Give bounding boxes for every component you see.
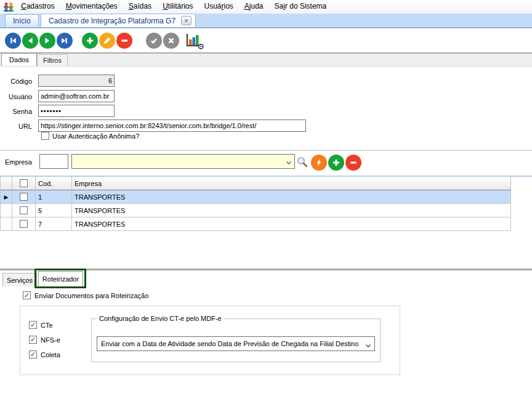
cte-label: CTe [41,322,53,329]
menu-ajuda[interactable]: Ajuda [239,0,269,14]
empresa-table: Cod. Empresa ▶ 1 TRANSPORTES 5 TRANSPORT… [0,177,511,231]
senha-label: Senha [0,108,32,115]
cod-header-cell[interactable]: Cod. [36,177,72,190]
menu-utilitarios[interactable]: Utilitários [157,0,198,14]
url-field[interactable] [38,120,306,132]
edit-record-button[interactable] [99,33,115,49]
cancel-button[interactable] [163,33,179,49]
tab-servicos[interactable]: Serviços [2,273,37,286]
empresa-cell: TRANSPORTES [72,190,511,204]
url-label: URL [0,123,32,130]
table-row[interactable]: 7 TRANSPORTES [1,217,511,231]
chevron-down-icon [365,340,372,351]
codigo-label: Código [0,78,32,85]
add-record-button[interactable] [82,33,98,49]
empresa-remove-button[interactable] [345,155,361,171]
anonymous-auth-label: Usar Autenticação Anônima? [52,132,139,140]
senha-field[interactable] [38,105,115,117]
toolbar: ⚙ [0,28,532,52]
cod-cell: 5 [36,204,72,217]
tab-roteirizador[interactable]: Roteirizador [38,271,83,286]
section-divider [0,150,532,151]
tab-inicio-label: Início [13,17,31,25]
gear-icon: ⚙ [197,43,204,51]
window-tabstrip: Início Cadastro de Integração Plataforma… [0,14,532,28]
empresa-header-cell[interactable]: Empresa [72,177,511,190]
menu-sair-do-sistema[interactable]: Sair do Sistema [269,0,332,14]
tab-cadastro-label: Cadastro de Integração Plataforma G7 [49,17,175,25]
tab-dados[interactable]: Dados [1,53,37,66]
nfse-checkbox[interactable] [29,336,37,344]
confirm-button[interactable] [146,33,162,49]
usuario-field[interactable] [38,90,115,102]
indicator-cell [1,204,12,217]
cod-cell: 7 [36,217,72,231]
usuario-label: Usuário [0,93,32,100]
coleta-checkbox[interactable] [29,350,37,359]
chevron-down-icon[interactable] [285,158,292,169]
row-checkbox[interactable] [20,193,28,201]
indicator-header-cell [1,177,12,190]
search-icon[interactable] [296,156,308,168]
codigo-field [38,75,115,87]
previous-record-button[interactable] [22,33,38,49]
empresa-combo[interactable] [71,154,295,169]
next-record-button[interactable] [39,33,55,49]
indicator-cell [1,217,12,231]
menu-movimentacoes[interactable]: Movimentações [60,0,123,14]
tab-cadastro-integracao-g7[interactable]: Cadastro de Integração Plataforma G7 ✕ [41,14,196,27]
select-all-checkbox[interactable] [20,179,28,187]
tab-inicio[interactable]: Início [5,14,39,27]
anonymous-auth-checkbox[interactable] [41,132,49,140]
config-envio-groupbox: Configuração de Envio CT-e pelo MDF-e En… [91,318,381,362]
empresa-add-button[interactable] [328,155,344,171]
row-checkbox-cell [12,217,36,231]
last-record-button[interactable] [57,33,73,49]
chart-settings-icon[interactable]: ⚙ [184,32,204,49]
groupbox-title: Configuração de Envio CT-e pelo MDF-e [97,315,224,322]
coleta-label: Coleta [41,351,60,359]
cod-cell: 1 [36,190,72,204]
menu-saidas[interactable]: Saídas [123,0,157,14]
envio-cte-select-value: Enviar com a Data de Atividade sendo Dat… [101,340,358,347]
close-tab-icon[interactable]: ✕ [181,16,191,25]
table-row[interactable]: ▶ 1 TRANSPORTES [1,190,511,204]
table-row[interactable]: 5 TRANSPORTES [1,204,511,217]
select-all-cell [12,177,36,190]
envio-cte-select[interactable]: Enviar com a Data de Atividade sendo Dat… [97,336,375,351]
menu-cadastros[interactable]: Cadastros [15,0,60,14]
empresa-label: Empresa [0,158,32,166]
enviar-documentos-checkbox[interactable] [23,291,31,299]
data-tabstrip: Dados Filtros [0,54,532,67]
delete-record-button[interactable] [116,33,132,49]
bottom-section-divider [0,269,532,270]
empresa-cell: TRANSPORTES [72,204,511,217]
empresa-cell: TRANSPORTES [72,217,511,231]
indicator-cell: ▶ [1,190,12,204]
users-group-icon [2,1,15,12]
row-checkbox[interactable] [20,206,28,214]
row-checkbox-cell [12,190,36,204]
cte-checkbox[interactable] [29,321,37,329]
current-row-indicator: ▶ [4,194,9,200]
menubar: Cadastros Movimentações Saídas Utilitári… [0,0,532,14]
empresa-combo-value [72,158,75,165]
tab-filtros[interactable]: Filtros [37,54,68,66]
first-record-button[interactable] [5,33,21,49]
menu-usuarios[interactable]: Usuários [198,0,238,14]
empresa-code-input[interactable] [39,154,68,169]
row-checkbox-cell [12,204,36,217]
table-header-row: Cod. Empresa [1,177,511,190]
nfse-label: NFS-e [41,336,60,344]
lightning-sync-button[interactable] [311,155,327,171]
enviar-documentos-label: Enviar Documentos para Roteirização [34,292,148,299]
row-checkbox[interactable] [20,220,28,228]
app-window: Cadastros Movimentações Saídas Utilitári… [0,0,532,393]
